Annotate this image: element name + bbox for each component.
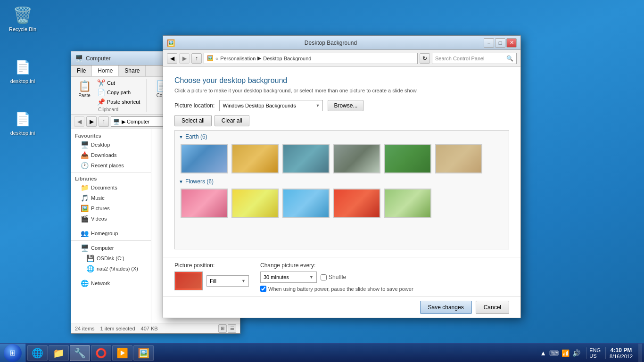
details-view-button[interactable]: ☰: [228, 324, 236, 333]
taskbar-item-explorer[interactable]: 📁: [49, 345, 69, 361]
ribbon-paste-shortcut-button[interactable]: 📌 Paste shortcut: [96, 98, 141, 106]
nas2-nav-icon: 🌐: [86, 265, 94, 272]
clock-time: 4:10 PM: [611, 347, 632, 354]
ribbon-cut-button[interactable]: ✂️ Cut: [96, 79, 141, 87]
taskbar-item-photos[interactable]: 🖼️: [133, 345, 154, 361]
sidebar-item-network[interactable]: 🌐 Network: [71, 278, 151, 288]
ribbon-paste-button[interactable]: 📋 Paste: [75, 79, 94, 99]
show-desktop-button[interactable]: [638, 344, 642, 362]
desktop-ini-1-label: desktop.ini: [10, 78, 35, 84]
earth-category-arrow: ▼: [179, 134, 183, 140]
clipboard-group-label: Clipboard: [98, 107, 118, 112]
dialog-close-button[interactable]: ✕: [506, 38, 517, 48]
dialog-forward-button[interactable]: ▶: [179, 53, 190, 64]
wallpaper-flower-3[interactable]: [282, 189, 330, 218]
wallpaper-earth-5[interactable]: [384, 144, 431, 173]
ribbon-tab-share[interactable]: Share: [119, 66, 146, 76]
computer-nav-icon: 🖥️: [81, 244, 89, 252]
cancel-button[interactable]: Cancel: [476, 301, 509, 314]
wallpaper-scroll-area[interactable]: ▼ Earth (6): [174, 130, 509, 249]
wallpaper-earth-4[interactable]: [333, 144, 380, 173]
sidebar-item-recent-label: Recent places: [91, 163, 124, 168]
wallpaper-flower-4[interactable]: [333, 189, 380, 218]
picture-location-row: Picture location: Windows Desktop Backgr…: [174, 100, 509, 111]
interval-select[interactable]: 30 minutes ▼: [260, 272, 317, 283]
favourites-section: Favourites 🖥️ Desktop 📥 Downloads 🕐 Rece…: [71, 132, 151, 171]
save-changes-button[interactable]: Save changes: [420, 301, 472, 314]
music-nav-icon: 🎵: [81, 194, 89, 202]
back-button[interactable]: ◀: [74, 116, 84, 127]
interval-value: 30 minutes: [264, 274, 289, 280]
tray-arrow-icon[interactable]: ▲: [539, 348, 547, 358]
paste-shortcut-icon: 📌: [97, 98, 105, 106]
taskbar-item-ie[interactable]: 🌐: [27, 345, 48, 361]
start-button[interactable]: ⊞: [0, 344, 25, 362]
dialog-breadcrumb[interactable]: 🖼️ « Personalisation ▶ Desktop Backgroun…: [204, 53, 418, 64]
ribbon-clipboard-items: 📋 Paste ✂️ Cut 📄 Copy path: [75, 79, 141, 106]
shuffle-checkbox[interactable]: [321, 274, 327, 280]
dialog-maximize-button[interactable]: □: [495, 38, 505, 48]
select-all-button[interactable]: Select all: [174, 115, 212, 126]
flowers-category: ▼ Flowers (6): [175, 175, 509, 220]
ribbon-copy-path-button[interactable]: 📄 Copy path: [96, 88, 141, 97]
up-button[interactable]: ↑: [99, 116, 109, 127]
desktop-icon-desktop-ini-1[interactable]: 📄 desktop.ini: [4, 56, 41, 86]
clear-all-button[interactable]: Clear all: [215, 115, 249, 126]
sidebar-item-nas2[interactable]: 🌐 nas2 (\\hades) (X): [71, 263, 151, 274]
network-tray-icon[interactable]: 📶: [561, 348, 570, 358]
wallpaper-earth-3[interactable]: [282, 144, 330, 173]
wallpaper-flower-1[interactable]: [181, 189, 228, 218]
taskbar: ⊞ 🌐 📁 🔧 ⭕ ▶️ 🖼️ ▲: [0, 343, 644, 362]
forward-button[interactable]: ▶: [86, 116, 97, 127]
flowers-category-header[interactable]: ▼ Flowers (6): [179, 178, 505, 185]
pictures-nav-icon: 🖼️: [81, 205, 89, 212]
media-icon: ▶️: [116, 347, 128, 359]
dialog-minimize-button[interactable]: −: [484, 38, 494, 48]
desktop: 🗑️ Recycle Bin 📄 desktop.ini 📄 desktop.i…: [0, 0, 644, 362]
sidebar-item-computer[interactable]: 🖥️ Computer: [71, 243, 151, 253]
sidebar-item-videos[interactable]: 🎬 Videos: [71, 214, 151, 224]
battery-label: When using battery power, pause the slid…: [268, 286, 413, 292]
desktop-icon-recycle-bin[interactable]: 🗑️ Recycle Bin: [4, 4, 41, 34]
picture-position-select[interactable]: Fill ▼: [206, 275, 249, 287]
wallpaper-flower-2[interactable]: [231, 189, 279, 218]
language-area[interactable]: ENG US: [586, 347, 603, 359]
search-box[interactable]: 🔍: [432, 53, 517, 64]
taskbar-item-media[interactable]: ▶️: [112, 345, 132, 361]
volume-icon[interactable]: 🔊: [571, 348, 581, 358]
desktop-icon-desktop-ini-2[interactable]: 📄 desktop.ini: [4, 107, 41, 138]
opera-icon: ⭕: [95, 347, 107, 359]
earth-category-header[interactable]: ▼ Earth (6): [179, 133, 505, 140]
wallpaper-earth-1[interactable]: [181, 144, 228, 173]
large-icons-view-button[interactable]: ⊞: [218, 324, 227, 333]
sidebar-item-documents[interactable]: 📁 Documents: [71, 182, 151, 193]
battery-checkbox[interactable]: [260, 286, 266, 292]
videos-nav-icon: 🎬: [81, 215, 89, 222]
taskbar-item-opera[interactable]: ⭕: [91, 345, 111, 361]
sidebar-item-recent[interactable]: 🕐 Recent places: [71, 160, 151, 171]
dialog-bottom: Picture position: Fill ▼ Change picture …: [163, 257, 520, 296]
sidebar-item-music[interactable]: 🎵 Music: [71, 193, 151, 203]
ribbon-tab-home[interactable]: Home: [92, 66, 119, 76]
sidebar-item-desktop[interactable]: 🖥️ Desktop: [71, 140, 151, 150]
picture-location-select[interactable]: Windows Desktop Backgrounds ▼: [219, 100, 323, 111]
file-icon-1: 📄: [13, 58, 32, 76]
sidebar-item-homegroup[interactable]: 👥 Homegroup: [71, 228, 151, 239]
wallpaper-earth-6[interactable]: [435, 144, 482, 173]
sidebar-item-downloads[interactable]: 📥 Downloads: [71, 150, 151, 160]
wallpaper-flower-5[interactable]: [384, 189, 431, 218]
sidebar-item-osdisk[interactable]: 💾 OSDisk (C:): [71, 253, 151, 263]
ribbon-tab-file[interactable]: File: [71, 66, 92, 76]
interval-dropdown-arrow: ▼: [309, 275, 314, 280]
browse-button[interactable]: Browse...: [328, 100, 363, 111]
sidebar-item-pictures[interactable]: 🖼️ Pictures: [71, 203, 151, 214]
clock-area[interactable]: 4:10 PM 8/16/2012: [605, 347, 636, 359]
dialog-back-button[interactable]: ◀: [167, 53, 177, 64]
dialog-up-button[interactable]: ↑: [191, 53, 202, 64]
taskbar-item-control-panel[interactable]: 🔧: [70, 345, 90, 361]
refresh-button[interactable]: ↻: [420, 53, 430, 64]
search-input[interactable]: [435, 56, 504, 61]
wallpaper-earth-2[interactable]: [231, 144, 279, 173]
explorer-icon: 📁: [53, 347, 65, 359]
dialog-titlebar[interactable]: 🖼️ Desktop Background − □ ✕: [163, 36, 520, 50]
